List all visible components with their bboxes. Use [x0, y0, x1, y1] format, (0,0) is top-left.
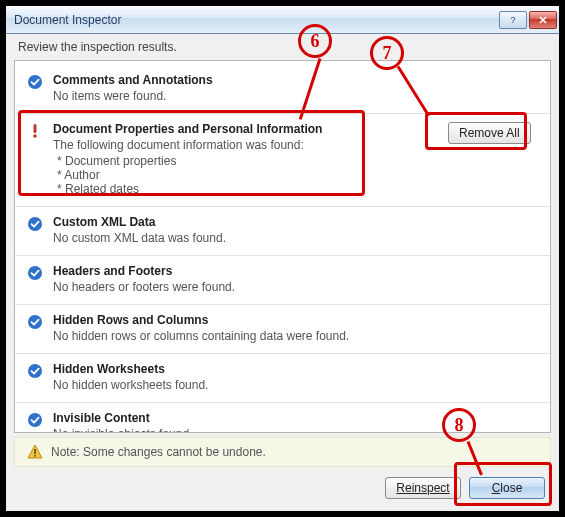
window-title: Document Inspector — [14, 13, 499, 27]
reinspect-button[interactable]: Reinspect — [385, 477, 461, 499]
section-text: No items were found. — [53, 89, 538, 103]
svg-point-6 — [28, 217, 42, 231]
results-pane: Comments and Annotations No items were f… — [14, 60, 551, 433]
section-text: No hidden rows or columns containing dat… — [53, 329, 538, 343]
warning-icon — [27, 122, 45, 139]
svg-rect-4 — [34, 124, 37, 133]
section-invisible: Invisible Content No invisible objects f… — [15, 402, 550, 433]
section-title: Document Properties and Personal Informa… — [53, 122, 440, 136]
titlebar: Document Inspector ? — [6, 6, 559, 34]
section-customxml: Custom XML Data No custom XML data was f… — [15, 206, 550, 255]
alert-icon — [27, 444, 43, 460]
check-icon — [27, 215, 45, 232]
svg-point-7 — [28, 266, 42, 280]
svg-point-3 — [28, 75, 42, 89]
svg-point-8 — [28, 315, 42, 329]
section-hiddenws: Hidden Worksheets No hidden worksheets f… — [15, 353, 550, 402]
section-title: Hidden Rows and Columns — [53, 313, 538, 327]
section-items: * Document properties * Author * Related… — [53, 154, 440, 196]
check-icon — [27, 362, 45, 379]
list-item: * Author — [57, 168, 440, 182]
footer-note: Note: Some changes cannot be undone. — [14, 437, 551, 467]
section-headers: Headers and Footers No headers or footer… — [15, 255, 550, 304]
check-icon — [27, 73, 45, 90]
footer-note-text: Note: Some changes cannot be undone. — [51, 445, 266, 459]
section-text: No invisible objects found. — [53, 427, 538, 433]
svg-point-5 — [33, 134, 37, 138]
close-button[interactable]: Close — [469, 477, 545, 499]
section-title: Comments and Annotations — [53, 73, 538, 87]
check-icon — [27, 313, 45, 330]
instruction-text: Review the inspection results. — [6, 34, 559, 58]
section-title: Invisible Content — [53, 411, 538, 425]
section-text: The following document information was f… — [53, 138, 440, 152]
svg-point-9 — [28, 364, 42, 378]
section-title: Hidden Worksheets — [53, 362, 538, 376]
window-close-button[interactable] — [529, 11, 557, 29]
check-icon — [27, 411, 45, 428]
svg-rect-11 — [34, 449, 36, 454]
button-row: Reinspect Close — [6, 467, 559, 511]
section-title: Headers and Footers — [53, 264, 538, 278]
svg-point-10 — [28, 413, 42, 427]
svg-rect-12 — [34, 455, 36, 457]
help-button[interactable]: ? — [499, 11, 527, 29]
section-title: Custom XML Data — [53, 215, 538, 229]
check-icon — [27, 264, 45, 281]
svg-text:?: ? — [510, 15, 515, 25]
section-text: No headers or footers were found. — [53, 280, 538, 294]
section-hiddenrows: Hidden Rows and Columns No hidden rows o… — [15, 304, 550, 353]
list-item: * Related dates — [57, 182, 440, 196]
section-text: No custom XML data was found. — [53, 231, 538, 245]
remove-all-button[interactable]: Remove All — [448, 122, 531, 144]
section-text: No hidden worksheets found. — [53, 378, 538, 392]
section-docprops: Document Properties and Personal Informa… — [15, 113, 550, 206]
list-item: * Document properties — [57, 154, 440, 168]
section-comments: Comments and Annotations No items were f… — [15, 65, 550, 113]
